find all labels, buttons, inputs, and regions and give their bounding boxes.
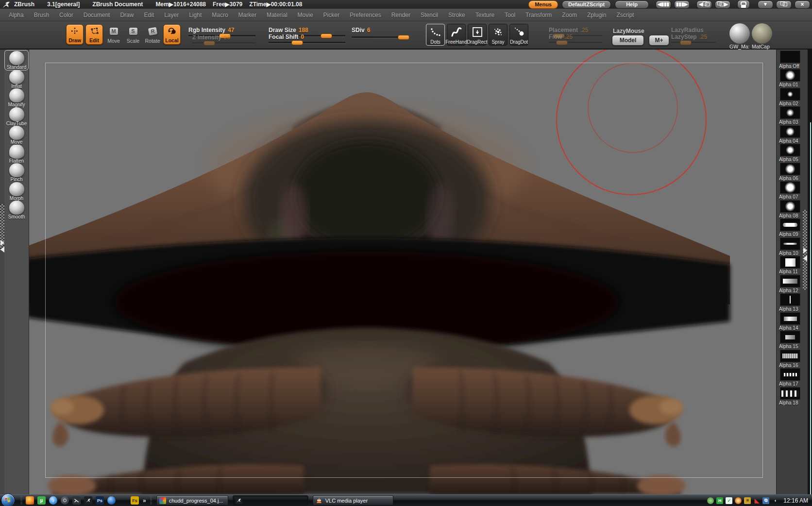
brush-morph[interactable]: Morph — [5, 182, 28, 201]
alpha-07-item[interactable]: Alpha 07 — [779, 181, 802, 200]
stroke-dots-button[interactable]: Dots — [426, 24, 445, 46]
alpha-14-item[interactable]: Alpha 14 — [779, 312, 802, 331]
menu-macro[interactable]: Macro — [212, 12, 228, 18]
restore-button[interactable] — [776, 0, 792, 9]
antivirus-check-tray-icon[interactable]: ✓ — [726, 497, 732, 504]
edit-mode-button[interactable]: Edit — [85, 24, 103, 45]
brush-claytube[interactable]: ClayTube — [5, 107, 28, 126]
move-mode-button[interactable]: M Move — [105, 24, 122, 45]
alpha-02-item[interactable]: Alpha 02 — [779, 88, 802, 106]
alpha-03-item[interactable]: Alpha 03 — [779, 106, 802, 125]
brush-move[interactable]: Move — [5, 126, 28, 144]
stroke-freehand-button[interactable]: FreeHand — [447, 24, 466, 46]
quicklaunch-overflow-chevron[interactable]: » — [143, 497, 146, 504]
tray-open-arrow-icon[interactable] — [803, 248, 807, 253]
photoshop-icon[interactable]: Ps — [96, 496, 104, 505]
menu-tool[interactable]: Tool — [505, 12, 515, 18]
brush-inflat[interactable]: Inflat — [5, 70, 28, 88]
menu-preferences[interactable]: Preferences — [350, 12, 381, 18]
menu-document[interactable]: Document — [84, 12, 110, 18]
brush-pinch[interactable]: Pinch — [5, 163, 28, 182]
slider-knob[interactable] — [398, 35, 409, 40]
globe-icon[interactable] — [107, 496, 116, 505]
draw-mode-button[interactable]: Draw — [66, 24, 84, 45]
menu-transform[interactable]: Transform — [525, 12, 552, 18]
menu-material[interactable]: Material — [267, 12, 288, 18]
stroke-dragdot-button[interactable]: DragDot — [509, 24, 528, 46]
lazymouse-mplus-button[interactable]: M+ — [649, 35, 669, 46]
menu-zoom[interactable]: Zoom — [562, 12, 577, 18]
menu-stencil[interactable]: Stencil — [421, 12, 438, 18]
brush-flatten[interactable]: Flatten — [5, 145, 28, 163]
material-swatch[interactable] — [729, 23, 750, 44]
menu-picker[interactable]: Picker — [323, 12, 339, 18]
status-green-tray-icon[interactable] — [707, 497, 714, 504]
alpha-16-item[interactable]: Alpha 16 — [779, 350, 802, 368]
cascade-right-icon[interactable]: ▶ — [715, 0, 730, 9]
local-mode-button[interactable]: Local — [163, 24, 181, 45]
minimize-button[interactable]: ▼ — [758, 0, 773, 9]
tray-open-arrow-icon[interactable] — [0, 240, 4, 246]
alpha-off-item[interactable]: Alpha Off — [779, 51, 802, 69]
menu-alpha[interactable]: Alpha — [9, 12, 24, 18]
alpha-13-item[interactable]: Alpha 13 — [779, 293, 802, 312]
alpha-17-item[interactable]: Alpha 17 — [779, 368, 802, 387]
menu-color[interactable]: Color — [59, 12, 73, 18]
default-zscript-button[interactable]: DefaultZScript — [562, 0, 611, 9]
cascade-left-icon[interactable]: ◀ — [696, 0, 712, 9]
sdiv-slider[interactable]: SDiv6 — [352, 27, 408, 38]
menu-layer[interactable]: Layer — [164, 12, 179, 18]
menu-zscript[interactable]: Zscript — [616, 12, 634, 18]
alpha-15-item[interactable]: Alpha 15 — [779, 331, 802, 349]
utorrent-icon[interactable]: µ — [37, 496, 46, 505]
focal-shift-slider[interactable]: Focal Shift0 — [269, 34, 345, 44]
menu-draw[interactable]: Draw — [120, 12, 134, 18]
volume-tray-icon[interactable]: ◖ — [772, 497, 778, 504]
close-button[interactable]: × — [795, 0, 810, 9]
menu-brush[interactable]: Brush — [34, 12, 49, 18]
fireworks-icon[interactable] — [119, 496, 127, 505]
keyboard-lock-tray-icon[interactable]: ⌗ — [744, 497, 751, 504]
alpha-11-item[interactable]: Alpha 11 — [779, 256, 802, 274]
graphics-red-tray-icon[interactable]: ◣ — [753, 497, 760, 504]
matcap-swatch[interactable] — [752, 23, 772, 44]
menu-marker[interactable]: Marker — [238, 12, 256, 18]
menu-stroke[interactable]: Stroke — [448, 12, 465, 18]
tray-close-arrow-icon[interactable] — [803, 255, 807, 261]
slider-knob[interactable] — [203, 41, 215, 46]
stroke-spray-button[interactable]: Spray — [489, 24, 508, 46]
task-chudd-image[interactable]: chudd_progress_04.j... — [156, 495, 228, 506]
agent-orange-tray-icon[interactable] — [735, 497, 742, 504]
brush-smooth[interactable]: Smooth — [5, 201, 28, 219]
stroke-dragrect-button[interactable]: DragRect — [468, 24, 487, 46]
alpha-09-item[interactable]: Alpha 09 — [779, 219, 802, 237]
character-app-icon[interactable]: ⋋ — [72, 496, 81, 505]
brush-magnify[interactable]: Magnify — [5, 88, 28, 107]
menus-button[interactable]: Menus — [528, 0, 558, 9]
scroll-right-icon[interactable]: ▮▮▮▶ — [674, 0, 690, 9]
alpha-04-item[interactable]: Alpha 04 — [779, 125, 802, 144]
zbrush-quicklaunch-icon[interactable] — [84, 496, 92, 505]
left-tray-divider[interactable] — [0, 50, 4, 494]
firefox-icon[interactable] — [26, 496, 34, 505]
task-vlc[interactable]: VLC media player — [313, 495, 393, 506]
rotate-mode-button[interactable]: R Rotate — [144, 24, 161, 45]
document-canvas[interactable] — [29, 50, 776, 494]
scale-mode-button[interactable]: S Scale — [124, 24, 142, 45]
alpha-18-item[interactable]: Alpha 18 — [779, 387, 802, 405]
alpha-10-item[interactable]: Alpha 10 — [779, 237, 802, 256]
alpha-05-item[interactable]: Alpha 05 — [779, 144, 802, 162]
menu-edit[interactable]: Edit — [144, 12, 154, 18]
menu-movie[interactable]: Movie — [298, 12, 313, 18]
task-zbrush[interactable] — [233, 495, 308, 506]
scroll-left-icon[interactable]: ◀▮▮▮ — [656, 0, 671, 9]
itunes-icon[interactable]: ♪ — [49, 496, 57, 505]
brush-standard[interactable]: Standard — [5, 51, 28, 69]
network-tray-icon[interactable]: ⧉ — [762, 497, 769, 504]
alpha-12-item[interactable]: Alpha 12 — [779, 275, 802, 293]
menu-render[interactable]: Render — [391, 12, 410, 18]
tray-close-arrow-icon[interactable] — [0, 247, 4, 253]
slider-knob[interactable] — [291, 40, 303, 45]
menu-texture[interactable]: Texture — [475, 12, 494, 18]
fireworks-icon[interactable]: Fs — [131, 496, 139, 505]
